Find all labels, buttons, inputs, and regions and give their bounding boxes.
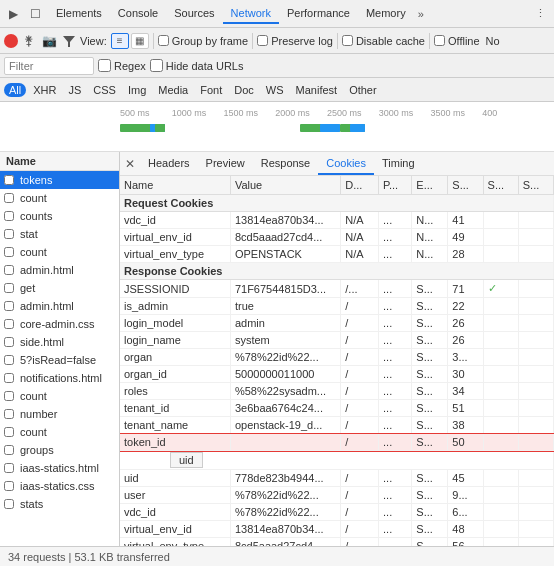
devtools-settings-btn[interactable]: ⋮ xyxy=(531,5,550,22)
cookie-row[interactable]: vdc_id13814ea870b34...N/A...N...41 xyxy=(120,212,554,229)
list-item[interactable]: stats xyxy=(0,495,119,513)
detail-tab-preview[interactable]: Preview xyxy=(198,152,253,175)
list-item[interactable]: notifications.html xyxy=(0,369,119,387)
group-by-frame-checkbox[interactable] xyxy=(158,35,169,46)
type-filter-manifest[interactable]: Manifest xyxy=(291,83,343,97)
type-filter-js[interactable]: JS xyxy=(63,83,86,97)
list-item[interactable]: counts xyxy=(0,207,119,225)
cookie-row[interactable]: is_admintrue/...S...22 xyxy=(120,298,554,315)
detail-tab-response[interactable]: Response xyxy=(253,152,319,175)
view-list-btn[interactable]: ≡ xyxy=(111,33,129,49)
cookie-row[interactable]: uid778de823b4944.../...S...45 xyxy=(120,470,554,487)
filter-icon[interactable] xyxy=(62,34,76,48)
list-item[interactable]: get xyxy=(0,279,119,297)
tab-console[interactable]: Console xyxy=(110,4,166,24)
list-item-checkbox[interactable] xyxy=(4,337,14,347)
inspect-icon[interactable]: ▶ xyxy=(4,5,22,23)
list-item-checkbox[interactable] xyxy=(4,229,14,239)
list-item-checkbox[interactable] xyxy=(4,319,14,329)
type-filter-media[interactable]: Media xyxy=(153,83,193,97)
list-item-checkbox[interactable] xyxy=(4,391,14,401)
list-item-checkbox[interactable] xyxy=(4,373,14,383)
cookie-row[interactable]: tenant_nameopenstack-19_d.../...S...38 xyxy=(120,417,554,434)
cookie-cell: ... xyxy=(379,298,412,315)
type-filter-xhr[interactable]: XHR xyxy=(28,83,61,97)
type-filter-doc[interactable]: Doc xyxy=(229,83,259,97)
detail-tab-cookies[interactable]: Cookies xyxy=(318,152,374,175)
list-item-checkbox[interactable] xyxy=(4,409,14,419)
list-item[interactable]: 5?isRead=false xyxy=(0,351,119,369)
cookie-row[interactable]: virtual_env_id8cd5aaad27cd4...N/A...N...… xyxy=(120,229,554,246)
list-item-checkbox[interactable] xyxy=(4,193,14,203)
filter-input[interactable] xyxy=(4,57,94,75)
camera-icon[interactable]: 📷 xyxy=(40,32,58,50)
list-item-checkbox[interactable] xyxy=(4,265,14,275)
list-item[interactable]: iaas-statics.css xyxy=(0,477,119,495)
list-item-checkbox[interactable] xyxy=(4,283,14,293)
cookie-row[interactable]: virtual_env_id13814ea870b34.../...S...48 xyxy=(120,521,554,538)
record-button[interactable] xyxy=(4,34,18,48)
preserve-log-checkbox[interactable] xyxy=(257,35,268,46)
list-item-checkbox[interactable] xyxy=(4,211,14,221)
list-item-checkbox[interactable] xyxy=(4,247,14,257)
list-item-checkbox[interactable] xyxy=(4,175,14,185)
cookie-row[interactable]: user%78%22id%22.../...S...9... xyxy=(120,487,554,504)
type-filter-other[interactable]: Other xyxy=(344,83,382,97)
mobile-icon[interactable]: ☐ xyxy=(26,5,44,23)
cookie-cell: %58%22sysadm... xyxy=(230,383,340,400)
cookie-row[interactable]: token_id/...S...50 xyxy=(120,434,554,451)
cookie-row[interactable]: vdc_id%78%22id%22.../...S...6... xyxy=(120,504,554,521)
detail-tab-headers[interactable]: Headers xyxy=(140,152,198,175)
view-grid-btn[interactable]: ▦ xyxy=(131,33,149,49)
list-item[interactable]: count xyxy=(0,387,119,405)
list-item[interactable]: core-admin.css xyxy=(0,315,119,333)
cookie-row[interactable]: tenant_id3e6baa6764c24.../...S...51 xyxy=(120,400,554,417)
type-filter-css[interactable]: CSS xyxy=(88,83,121,97)
list-item[interactable]: count xyxy=(0,189,119,207)
cookie-row[interactable]: roles%58%22sysadm.../...S...34 xyxy=(120,383,554,400)
tab-sources[interactable]: Sources xyxy=(166,4,222,24)
list-item[interactable]: count xyxy=(0,423,119,441)
disable-cache-checkbox[interactable] xyxy=(342,35,353,46)
list-item-checkbox[interactable] xyxy=(4,499,14,509)
toolbar-icons: ▶ ☐ xyxy=(4,5,44,23)
clear-button[interactable]: ⚵ xyxy=(22,34,36,48)
type-filter-all[interactable]: All xyxy=(4,83,26,97)
list-item[interactable]: number xyxy=(0,405,119,423)
tab-elements[interactable]: Elements xyxy=(48,4,110,24)
list-item-checkbox[interactable] xyxy=(4,355,14,365)
cookie-row[interactable]: organ%78%22id%22.../...S...3... xyxy=(120,349,554,366)
cookie-row[interactable]: virtual_env_typeOPENSTACKN/A...N...28 xyxy=(120,246,554,263)
type-filter-font[interactable]: Font xyxy=(195,83,227,97)
detail-tab-timing[interactable]: Timing xyxy=(374,152,423,175)
offline-checkbox[interactable] xyxy=(434,35,445,46)
cookie-row[interactable]: JSESSIONID71F67544815D3.../......S...71✓ xyxy=(120,280,554,298)
list-item-checkbox[interactable] xyxy=(4,301,14,311)
list-item-checkbox[interactable] xyxy=(4,463,14,473)
cookie-table-wrap: NameValueD...P...E...S...S...S... Reques… xyxy=(120,176,554,546)
list-item[interactable]: iaas-statics.html xyxy=(0,459,119,477)
cookie-row[interactable]: virtual_env_type8cd5aaad27cd4.../...S...… xyxy=(120,538,554,547)
cookie-row[interactable]: login_modeladmin/...S...26 xyxy=(120,315,554,332)
cookie-row[interactable]: organ_id5000000011000/...S...30 xyxy=(120,366,554,383)
type-filter-ws[interactable]: WS xyxy=(261,83,289,97)
list-item[interactable]: groups xyxy=(0,441,119,459)
list-item[interactable]: admin.html xyxy=(0,261,119,279)
regex-checkbox[interactable] xyxy=(98,59,111,72)
detail-close-btn[interactable]: ✕ xyxy=(120,155,140,173)
list-item[interactable]: admin.html xyxy=(0,297,119,315)
hide-data-urls-checkbox[interactable] xyxy=(150,59,163,72)
tab-network[interactable]: Network xyxy=(223,4,279,24)
list-item[interactable]: side.html xyxy=(0,333,119,351)
tab-memory[interactable]: Memory xyxy=(358,4,414,24)
list-item[interactable]: tokens xyxy=(0,171,119,189)
tab-performance[interactable]: Performance xyxy=(279,4,358,24)
list-item-checkbox[interactable] xyxy=(4,445,14,455)
list-item[interactable]: stat xyxy=(0,225,119,243)
more-tabs-btn[interactable]: » xyxy=(414,5,428,23)
list-item-checkbox[interactable] xyxy=(4,481,14,491)
cookie-row[interactable]: login_namesystem/...S...26 xyxy=(120,332,554,349)
list-item[interactable]: count xyxy=(0,243,119,261)
type-filter-img[interactable]: Img xyxy=(123,83,151,97)
list-item-checkbox[interactable] xyxy=(4,427,14,437)
